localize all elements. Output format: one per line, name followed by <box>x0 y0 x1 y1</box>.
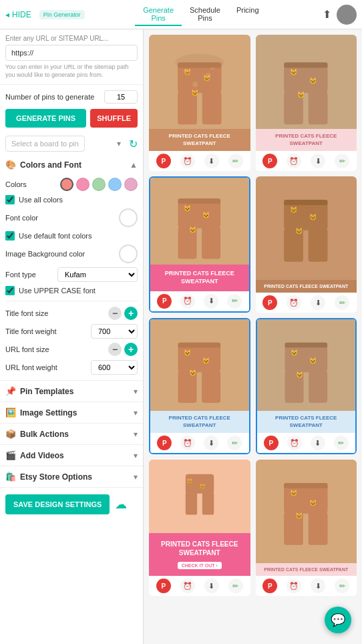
schedule-btn-5[interactable]: ⏰ <box>180 436 195 450</box>
url-font-weight-select[interactable]: 600 <box>91 360 138 375</box>
templates-section: 📌 Pin Templates ▾ <box>0 381 143 402</box>
chevron-down-icon-img: ▾ <box>134 408 138 418</box>
schedule-btn-4[interactable]: ⏰ <box>287 295 301 310</box>
swatch-mauve[interactable] <box>124 178 138 191</box>
pins-grid: 🐱 🐱 🐱 PRINTED CATS FLEECE SWEATPANT P ⏰ … <box>149 35 357 596</box>
num-pins-input[interactable] <box>104 90 138 104</box>
title-font-size-label: Title font size <box>5 309 48 317</box>
svg-rect-15 <box>285 62 328 67</box>
edit-btn-7[interactable]: ✏ <box>228 579 243 593</box>
tab-schedule-pins[interactable]: Schedule Pins <box>182 3 228 26</box>
edit-btn-3[interactable]: ✏ <box>227 294 242 309</box>
image-settings-header[interactable]: 🖼️ Image Settings ▾ <box>0 402 143 423</box>
save-design-button[interactable]: SAVE DESIGN SETTINGS <box>5 494 110 514</box>
share-icon[interactable]: ⬆ <box>323 8 331 21</box>
download-btn-5[interactable]: ⬇ <box>204 436 218 450</box>
svg-text:🐱: 🐱 <box>203 74 211 82</box>
avatar[interactable] <box>337 5 357 25</box>
pin-card[interactable]: 🐱 🐱 🐱 PRINTED CATS FLEECE SWEATPANT P ⏰ … <box>149 35 250 171</box>
swatch-green[interactable] <box>92 178 106 191</box>
templates-header[interactable]: 📌 Pin Templates ▾ <box>0 381 143 401</box>
edit-btn-2[interactable]: ✏ <box>335 154 349 168</box>
pinterest-btn-1[interactable]: P <box>156 154 171 168</box>
tab-generate-sublabel: Pins <box>151 14 165 22</box>
schedule-btn-1[interactable]: ⏰ <box>180 154 195 168</box>
pin-card-2[interactable]: 🐱 🐱 🐱 PRINTED CATS FLEECE SWEATPANT P ⏰ … <box>256 35 357 171</box>
title-size-plus-button[interactable]: + <box>124 307 138 320</box>
download-btn-3[interactable]: ⬇ <box>204 294 218 309</box>
url-hint: Enter any URL or SITEMAP URL... <box>5 35 138 42</box>
swatch-pink[interactable] <box>76 178 89 191</box>
use-default-font-checkbox[interactable] <box>5 231 15 240</box>
use-uppercase-checkbox[interactable] <box>5 286 15 295</box>
refresh-icon[interactable]: ↻ <box>129 138 138 150</box>
schedule-btn-2[interactable]: ⏰ <box>287 154 301 168</box>
tab-pricing[interactable]: Pricing <box>228 3 267 26</box>
edit-btn-4[interactable]: ✏ <box>335 295 349 310</box>
pin-card-5[interactable]: 🐱 🐱 🐱 PRINTED CATS FLEECE SWEATPANT P ⏰ … <box>149 318 250 454</box>
pinterest-btn-5[interactable]: P <box>157 436 172 450</box>
generate-pins-button[interactable]: GENERATE PINS <box>5 109 86 128</box>
title-size-minus-button[interactable]: − <box>108 307 122 320</box>
download-btn-4[interactable]: ⬇ <box>311 295 325 310</box>
svg-rect-28 <box>309 228 328 262</box>
store-options-section: 🛍️ Etsy Store Options ▾ <box>0 466 143 488</box>
bulk-actions-header[interactable]: 📦 Bulk Actions ▾ <box>0 424 143 444</box>
add-videos-header[interactable]: 🎬 Add Videos ▾ <box>0 445 143 466</box>
pin-card-6[interactable]: 🐱 🐱 🐱 PRINTED CATS FLEECE SWEATPANT P ⏰ … <box>256 318 357 454</box>
schedule-btn-8[interactable]: ⏰ <box>287 579 301 593</box>
pinterest-btn-2[interactable]: P <box>262 154 277 168</box>
pin-card-3[interactable]: 🐱 🐱 🐱 PRINTED CATS FLEECE SWEATPANT P ⏰ … <box>149 176 250 313</box>
url-size-plus-button[interactable]: + <box>124 343 138 356</box>
download-btn-1[interactable]: ⬇ <box>204 154 219 168</box>
font-color-picker[interactable] <box>119 208 138 227</box>
pinterest-btn-8[interactable]: P <box>262 579 277 593</box>
url-font-size-label: URL font size <box>5 345 49 353</box>
title-font-weight-select[interactable]: 700 <box>91 324 138 339</box>
pin-card-4[interactable]: 🐱 🐱 🐱 PRINTED CATS FLEECE SWEATPANT P ⏰ … <box>256 176 357 313</box>
pin-card-8[interactable]: 🐱 🐱 🐱 PRINTED CATS FLEECE SWEATPANT P ⏰ … <box>256 460 357 596</box>
svg-rect-48 <box>186 492 197 514</box>
bg-color-picker[interactable] <box>119 245 138 263</box>
upload-icon[interactable]: ☁ <box>115 497 127 512</box>
url-input[interactable] <box>5 45 138 61</box>
download-btn-8[interactable]: ⬇ <box>311 579 325 593</box>
pin-card-7[interactable]: 🐱 🐱 PRINTED CATS FLEECE SWEATPANT CHECK … <box>149 460 250 596</box>
swatch-red[interactable] <box>60 178 73 191</box>
pinterest-btn-4[interactable]: P <box>262 295 277 310</box>
schedule-btn-7[interactable]: ⏰ <box>180 579 195 593</box>
use-all-colors-checkbox[interactable] <box>5 195 15 204</box>
download-btn-7[interactable]: ⬇ <box>204 579 219 593</box>
edit-btn-1[interactable]: ✏ <box>228 154 243 168</box>
edit-btn-8[interactable]: ✏ <box>335 579 349 593</box>
pinterest-btn-6[interactable]: P <box>264 436 279 450</box>
svg-rect-8 <box>178 62 221 67</box>
pinterest-btn-3[interactable]: P <box>157 294 172 309</box>
url-font-weight-label: URL font weight <box>5 363 57 371</box>
font-type-select[interactable]: Kufam <box>57 267 138 282</box>
pin-actions-8: P ⏰ ⬇ ✏ <box>256 576 357 596</box>
tab-schedule-label: Schedule <box>190 6 220 14</box>
pinterest-btn-7[interactable]: P <box>156 579 171 593</box>
schedule-btn-3[interactable]: ⏰ <box>180 294 195 309</box>
download-btn-2[interactable]: ⬇ <box>311 154 325 168</box>
shuffle-button[interactable]: SHUFFLE <box>90 109 138 128</box>
download-btn-6[interactable]: ⬇ <box>311 436 325 450</box>
svg-text:🐱: 🐱 <box>200 483 206 489</box>
url-size-minus-button[interactable]: − <box>108 343 122 356</box>
store-options-header[interactable]: 🛍️ Etsy Store Options ▾ <box>0 466 143 487</box>
chat-bubble[interactable]: 💬 <box>325 607 351 633</box>
swatch-blue[interactable] <box>108 178 122 191</box>
divider <box>5 301 138 301</box>
edit-btn-5[interactable]: ✏ <box>227 436 242 450</box>
colors-font-header[interactable]: 🎨 Colors and Font ▲ <box>0 154 143 175</box>
title-font-weight-row: Title font weight 700 <box>5 324 138 339</box>
edit-btn-6[interactable]: ✏ <box>334 436 349 450</box>
hide-button[interactable]: ◂ HIDE <box>5 10 31 19</box>
svg-text:🐱: 🐱 <box>189 369 197 377</box>
schedule-btn-6[interactable]: ⏰ <box>287 436 302 450</box>
image-icon: 🖼️ <box>5 408 16 418</box>
store-icon: 🛍️ <box>5 472 16 482</box>
board-select[interactable]: Select a board to pin <box>5 136 85 152</box>
tab-generate-pins[interactable]: Generate Pins <box>135 3 182 26</box>
